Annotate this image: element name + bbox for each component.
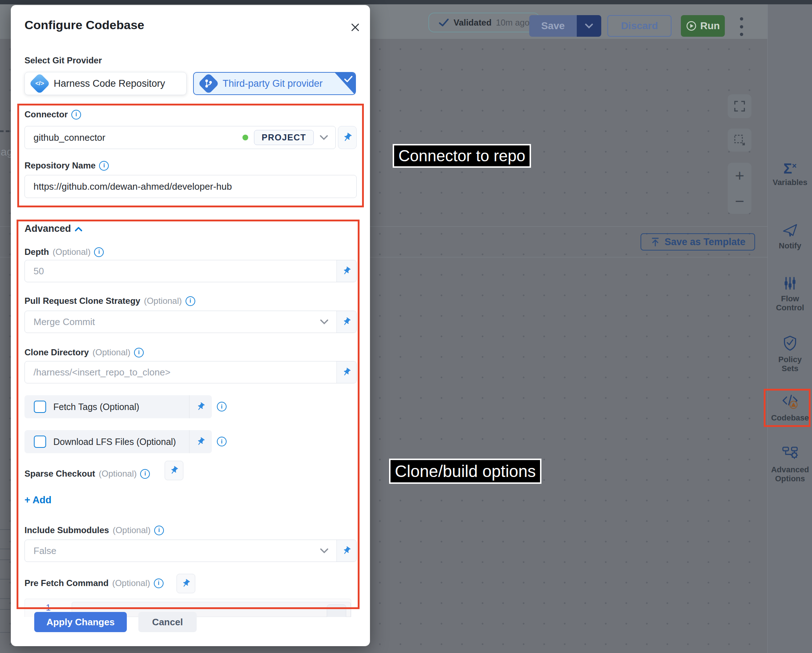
advanced-options-icon <box>782 446 798 461</box>
save-as-template-label: Save as Template <box>665 236 746 248</box>
sidebar-item-advanced-options[interactable]: Advanced Options <box>768 446 812 484</box>
screen: Validated 10m ago Save Discard Run Save … <box>0 0 812 653</box>
annotation-note-connector: Connector to repo <box>393 144 531 168</box>
notify-icon <box>782 223 798 237</box>
check-icon <box>438 18 449 27</box>
fullscreen-button[interactable] <box>728 94 751 118</box>
marquee-icon <box>733 134 746 146</box>
apply-changes-button[interactable]: Apply Changes <box>34 612 127 632</box>
sidebar-item-policy-sets[interactable]: Policy Sets <box>768 335 812 373</box>
left-list-divider <box>0 632 10 633</box>
zoom-out-button[interactable]: − <box>735 193 744 209</box>
annotation-box-connector <box>17 104 364 207</box>
close-button[interactable] <box>347 20 363 35</box>
sidebar-item-notify[interactable]: Notify <box>768 223 812 250</box>
annotation-note-clone: Clone/build options <box>389 459 542 484</box>
fullscreen-icon <box>733 100 746 112</box>
git-provider-option-harness[interactable]: </> Harness Code Repository <box>24 72 186 95</box>
zoom-controls: + − <box>728 163 751 214</box>
policy-sets-icon <box>783 335 798 351</box>
upload-icon <box>650 237 660 247</box>
left-list-divider <box>0 579 10 580</box>
discard-button[interactable]: Discard <box>607 15 672 37</box>
check-icon <box>344 75 353 83</box>
annotation-box-advanced <box>17 219 360 609</box>
validated-status-badge: Validated 10m ago <box>428 12 540 32</box>
modal-title: Configure Codebase <box>24 18 144 32</box>
left-list-divider <box>0 549 10 549</box>
sidebar-item-flow-control[interactable]: Flow Control <box>768 276 812 312</box>
save-button[interactable]: Save <box>529 15 577 37</box>
save-dropdown-button[interactable] <box>577 15 601 37</box>
left-list-divider <box>0 609 10 610</box>
save-as-template-button[interactable]: Save as Template <box>641 233 755 251</box>
cancel-button[interactable]: Cancel <box>138 612 197 632</box>
run-button[interactable]: Run <box>681 15 725 37</box>
harness-option-label: Harness Code Repository <box>54 78 165 89</box>
close-icon <box>350 22 360 33</box>
run-label: Run <box>700 20 720 32</box>
sidebar-item-variables[interactable]: Σ× Variables <box>768 163 812 187</box>
left-list-divider <box>0 598 10 599</box>
marquee-select-button[interactable] <box>728 128 751 152</box>
flow-control-icon <box>783 276 797 291</box>
variables-icon: Σ× <box>783 163 797 174</box>
app-header-bar <box>0 0 812 4</box>
play-icon <box>686 21 697 31</box>
pipeline-right-sidebar: Σ× Variables Notify Flow Control Policy … <box>767 4 812 653</box>
zoom-in-button[interactable]: + <box>735 168 744 184</box>
git-provider-icon <box>198 73 219 94</box>
more-options-button[interactable] <box>739 17 743 36</box>
canvas-edge-dashes <box>0 130 9 132</box>
annotation-box-codebase <box>764 389 810 427</box>
git-provider-label: Select Git Provider <box>24 55 102 65</box>
left-list-divider <box>0 559 10 560</box>
chevron-down-icon <box>585 23 593 29</box>
git-provider-option-thirdparty[interactable]: Third-party Git provider <box>193 72 356 95</box>
left-list-divider <box>0 529 10 530</box>
harness-code-icon: </> <box>29 73 50 94</box>
thirdparty-option-label: Third-party Git provider <box>223 78 323 89</box>
validated-label: Validated <box>453 18 491 28</box>
selected-corner-badge <box>325 72 356 95</box>
validated-time: 10m ago <box>496 18 529 28</box>
